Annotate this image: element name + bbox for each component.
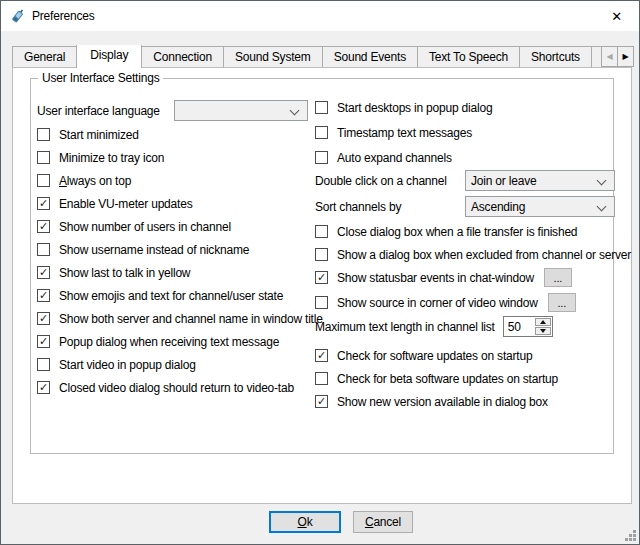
checkbox-row: Always on top <box>37 173 309 188</box>
checkbox-label[interactable]: Show emojis and text for channel/user st… <box>59 289 283 303</box>
checkbox-row: Show a dialog box when excluded from cha… <box>315 247 609 262</box>
checkbox[interactable] <box>315 296 328 309</box>
language-row: User interface language <box>37 100 309 121</box>
checkbox[interactable] <box>315 372 328 385</box>
sort-channels-dropdown[interactable]: Ascending <box>465 196 615 217</box>
checkbox-label[interactable]: Timestamp text messages <box>337 126 472 140</box>
checkbox-label[interactable]: Show statusbar events in chat-window <box>337 271 534 285</box>
checkbox-row: Show source in corner of video window... <box>315 295 609 310</box>
tab-scroll-right-button[interactable]: ▶ <box>617 46 634 67</box>
max-text-length-spinbox[interactable]: 50 <box>503 316 553 337</box>
checkbox[interactable] <box>315 248 328 261</box>
checkbox[interactable] <box>315 225 328 238</box>
spin-down-icon <box>540 329 546 333</box>
check-icon: ✓ <box>39 313 48 324</box>
check-icon: ✓ <box>39 290 48 301</box>
checkbox-row: Start minimized <box>37 127 309 142</box>
checkbox[interactable]: ✓ <box>37 197 50 210</box>
browse-button[interactable]: ... <box>544 268 572 287</box>
checkbox-label[interactable]: Show source in corner of video window <box>337 296 538 310</box>
checkbox[interactable] <box>37 151 50 164</box>
browse-button[interactable]: ... <box>548 293 576 312</box>
spin-up-button[interactable] <box>535 318 551 326</box>
checkbox[interactable]: ✓ <box>37 381 50 394</box>
checkbox[interactable]: ✓ <box>37 220 50 233</box>
double-click-dropdown-value: Join or leave <box>466 174 536 188</box>
checkbox-label[interactable]: Show username instead of nickname <box>59 243 249 257</box>
checkbox[interactable] <box>37 358 50 371</box>
cancel-button-label: Cancel <box>365 515 401 529</box>
checkbox-label[interactable]: Always on top <box>59 174 131 188</box>
double-click-row: Double click on a channel Join or leave <box>315 170 609 191</box>
chevron-down-icon <box>290 106 300 116</box>
checkbox-label[interactable]: Close dialog box when a file transfer is… <box>337 225 577 239</box>
checkbox-row: ✓Closed video dialog should return to vi… <box>37 380 309 395</box>
tab-sound-events[interactable]: Sound Events <box>322 46 418 67</box>
spin-buttons <box>534 317 552 336</box>
cancel-button[interactable]: Cancel <box>353 511 413 533</box>
arrow-right-icon: ▶ <box>623 53 629 61</box>
checkbox[interactable]: ✓ <box>37 335 50 348</box>
checkbox[interactable]: ✓ <box>315 349 328 362</box>
check-icon: ✓ <box>39 198 48 209</box>
checkbox-label[interactable]: Show number of users in channel <box>59 220 231 234</box>
tab-sound-system[interactable]: Sound System <box>223 46 323 67</box>
checkbox-label[interactable]: Show new version available in dialog box <box>337 395 548 409</box>
checkbox[interactable] <box>37 174 50 187</box>
checkbox-label[interactable]: Enable VU-meter updates <box>59 197 192 211</box>
checkbox-label[interactable]: Start minimized <box>59 128 139 142</box>
checkbox[interactable]: ✓ <box>37 289 50 302</box>
checkbox-row: ✓Popup dialog when receiving text messag… <box>37 334 309 349</box>
double-click-dropdown[interactable]: Join or leave <box>465 170 615 191</box>
checkbox[interactable]: ✓ <box>37 266 50 279</box>
checkbox[interactable] <box>315 126 328 139</box>
checkbox-row: ✓Show new version available in dialog bo… <box>315 394 609 409</box>
tab-scroll-buttons: ◀ ▶ <box>602 46 634 67</box>
checkbox[interactable] <box>315 151 328 164</box>
chevron-down-icon <box>597 202 607 212</box>
checkbox[interactable] <box>37 243 50 256</box>
tab-shortcuts[interactable]: Shortcuts <box>519 46 592 67</box>
checkbox-label[interactable]: Check for software updates on startup <box>337 349 532 363</box>
check-icon: ✓ <box>39 382 48 393</box>
checkbox-label[interactable]: Closed video dialog should return to vid… <box>59 381 294 395</box>
checkbox-row: Close dialog box when a file transfer is… <box>315 224 609 239</box>
max-text-length-value: 50 <box>504 317 534 336</box>
checkbox-label[interactable]: Auto expand channels <box>337 151 452 165</box>
checkbox[interactable] <box>37 128 50 141</box>
checkbox-label[interactable]: Check for beta software updates on start… <box>337 372 558 386</box>
checkbox-row: Minimize to tray icon <box>37 150 309 165</box>
tab-text-to-speech[interactable]: Text To Speech <box>417 46 520 67</box>
arrow-left-icon: ◀ <box>607 53 613 61</box>
checkbox-row: Start video in popup dialog <box>37 357 309 372</box>
close-button[interactable]: ✕ <box>594 1 639 31</box>
tab-display[interactable]: Display <box>76 45 142 68</box>
language-dropdown[interactable] <box>174 100 308 121</box>
checkbox-label[interactable]: Minimize to tray icon <box>59 151 164 165</box>
checkbox[interactable]: ✓ <box>315 271 328 284</box>
check-icon: ✓ <box>39 336 48 347</box>
checkbox-label[interactable]: Show both server and channel name in win… <box>59 312 323 326</box>
ok-button[interactable]: Ok <box>269 511 341 533</box>
tab-scroll-left-button[interactable]: ◀ <box>601 46 618 67</box>
app-icon <box>10 8 26 24</box>
checkbox[interactable]: ✓ <box>37 312 50 325</box>
checkbox-row: Auto expand channels <box>315 150 609 165</box>
checkbox-row: ✓Show last to talk in yellow <box>37 265 309 280</box>
double-click-label: Double click on a channel <box>315 174 447 188</box>
tab-general[interactable]: General <box>12 46 77 67</box>
titlebar: Preferences ✕ <box>1 1 639 31</box>
checkbox-label[interactable]: Start video in popup dialog <box>59 358 196 372</box>
check-icon: ✓ <box>39 267 48 278</box>
checkbox-label[interactable]: Popup dialog when receiving text message <box>59 335 279 349</box>
checkbox[interactable]: ✓ <box>315 395 328 408</box>
ok-button-label: Ok <box>298 515 313 529</box>
resize-grip-icon[interactable] <box>624 529 637 542</box>
checkbox-label[interactable]: Start desktops in popup dialog <box>337 101 492 115</box>
spin-down-button[interactable] <box>535 327 551 335</box>
checkbox-label[interactable]: Show last to talk in yellow <box>59 266 190 280</box>
checkbox-row: Show username instead of nickname <box>37 242 309 257</box>
checkbox[interactable] <box>315 101 328 114</box>
checkbox-label[interactable]: Show a dialog box when excluded from cha… <box>337 248 631 262</box>
tab-connection[interactable]: Connection <box>141 46 224 67</box>
